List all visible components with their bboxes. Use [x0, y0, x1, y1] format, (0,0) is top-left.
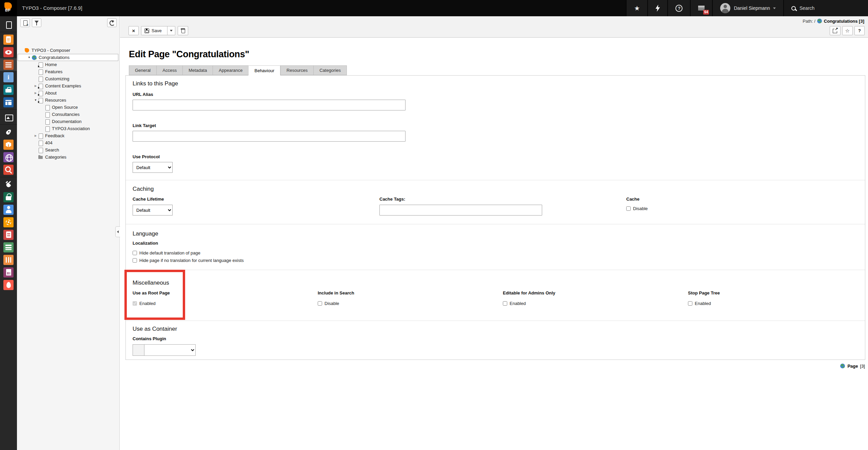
close-button[interactable] [129, 26, 139, 35]
tree-node-label: Search [45, 147, 59, 152]
tree-node-label: Congratulations [39, 55, 70, 60]
hide-default-translation-checkbox[interactable] [133, 251, 137, 255]
module-indexed-search[interactable] [0, 163, 17, 176]
search-button[interactable]: Search [783, 0, 868, 16]
tab-behaviour[interactable]: Behaviour [248, 65, 280, 76]
list-icon [3, 60, 14, 70]
logo-initials: BP [5, 8, 11, 12]
url-alias-input[interactable] [133, 100, 406, 110]
tree-node-documentation[interactable]: Documentation [18, 118, 118, 125]
module-rocket[interactable] [0, 126, 17, 138]
module-languages[interactable] [0, 151, 17, 163]
module-functions[interactable] [0, 83, 17, 96]
tree-node-features[interactable]: Features [18, 68, 118, 75]
hide-page-no-translation-checkbox[interactable] [133, 258, 137, 263]
module-egg[interactable] [0, 279, 17, 291]
tab-metadata[interactable]: Metadata [182, 65, 213, 75]
tree-node-label: 404 [45, 140, 53, 145]
module-template[interactable] [0, 96, 17, 108]
tab-access[interactable]: Access [156, 65, 182, 75]
tree-node-open-source[interactable]: Open Source [18, 104, 118, 111]
tree-node-consultancies[interactable]: Consultancies [18, 111, 118, 118]
path-page-link[interactable]: Congratulations [3] [824, 19, 864, 24]
tab-resources[interactable]: Resources [280, 65, 313, 75]
field-label: Use as Root Page [133, 290, 318, 295]
bookmarks-button[interactable] [626, 0, 647, 16]
module-backend-users[interactable] [0, 203, 17, 216]
module-group-separator [0, 177, 17, 177]
tree-node-about[interactable]: ▶About [18, 89, 118, 97]
tree-toggle-icon[interactable]: ▼ [33, 99, 38, 102]
help-button[interactable] [667, 0, 690, 16]
url-alias-label: URL Alias [133, 92, 858, 97]
new-page-button[interactable] [20, 18, 30, 27]
module-log[interactable] [0, 228, 17, 241]
tree-node-content-examples[interactable]: ▶Content Examples [18, 82, 118, 89]
bookmark-button[interactable] [842, 26, 853, 35]
doc-header: Path: / Congratulations [3] Save [120, 16, 868, 38]
module-info[interactable] [0, 71, 17, 83]
collapse-tree-handle[interactable] [115, 226, 120, 237]
tree-toggle-icon[interactable]: ▼ [27, 56, 32, 59]
gear-icon [3, 217, 14, 227]
tab-appearance[interactable]: Appearance [213, 65, 248, 75]
module-page[interactable] [0, 18, 17, 31]
include-in-search-checkbox[interactable] [318, 301, 322, 306]
module-db-check[interactable] [0, 241, 17, 253]
tab-bar: GeneralAccessMetadataAppearanceBehaviour… [129, 65, 347, 75]
module-preview[interactable] [0, 46, 17, 58]
tree-node-search[interactable]: Search [18, 146, 118, 154]
cache-tags-input[interactable] [379, 205, 542, 216]
tree-node-label: TYPO3 - Composer [32, 48, 70, 53]
module-group-separator [0, 124, 17, 125]
tree-node-typo3-composer[interactable]: TYPO3 - Composer [18, 47, 118, 54]
section-heading: Links to this Page [133, 80, 858, 87]
user-menu[interactable]: Daniel Siepmann [712, 0, 783, 16]
delete-button[interactable] [178, 26, 188, 35]
tree-node-typo3-association[interactable]: TYPO3 Association [18, 125, 118, 132]
module-permissions[interactable] [0, 191, 17, 203]
contains-plugin-select[interactable] [144, 344, 196, 356]
tab-categories[interactable]: Categories [313, 65, 347, 75]
stop-page-tree-checkbox[interactable] [688, 301, 692, 306]
tree-node-home[interactable]: Home [18, 61, 118, 68]
csh-help-button[interactable] [854, 26, 865, 35]
filter-button[interactable] [32, 18, 41, 27]
tree-node-feedback[interactable]: ▶Feedback [18, 132, 118, 139]
view-webpage-button[interactable] [830, 26, 841, 35]
tree-node-customizing[interactable]: Customizing [18, 75, 118, 82]
tree-node-404[interactable]: 404 [18, 139, 118, 146]
save-options-button[interactable] [167, 26, 175, 35]
module-view[interactable] [0, 33, 17, 46]
link-target-input[interactable] [133, 131, 406, 142]
clear-cache-button[interactable] [647, 0, 667, 16]
tree-node-categories[interactable]: Categories [18, 154, 118, 161]
tree-node-resources[interactable]: ▼Resources [18, 97, 118, 104]
refresh-icon[interactable] [107, 18, 117, 27]
tree-node-congratulations[interactable]: ▼Congratulations [18, 54, 118, 61]
open-documents-button[interactable]: 64 [690, 0, 712, 16]
module-configuration[interactable] [0, 253, 17, 266]
module-reports[interactable] [0, 266, 17, 279]
search-label: Search [800, 5, 814, 11]
page-icon [45, 126, 50, 131]
tree-toggle-icon[interactable]: ▶ [33, 85, 38, 87]
module-filelist[interactable] [0, 111, 17, 123]
module-extensions[interactable] [0, 138, 17, 151]
tab-general[interactable]: General [129, 65, 156, 75]
editable-for-admins-only-checkbox[interactable] [503, 301, 507, 306]
tree-toggle-icon[interactable]: ▶ [33, 135, 38, 137]
cache-disable-checkbox[interactable] [626, 206, 631, 211]
tree-node-label: TYPO3 Association [52, 126, 90, 131]
module-plugin[interactable] [0, 178, 17, 191]
use-protocol-select[interactable]: Default [133, 162, 173, 173]
globe-icon [840, 364, 845, 369]
save-button[interactable]: Save [141, 26, 165, 35]
module-scheduler[interactable] [0, 216, 17, 228]
tree-toggle-icon[interactable]: ▶ [33, 92, 38, 95]
rocket-icon [3, 127, 14, 137]
checkbox-label: Enabled [695, 301, 711, 306]
module-list[interactable] [0, 58, 17, 71]
cache-lifetime-select[interactable]: Default [133, 205, 173, 216]
typo3-logo-icon [24, 48, 30, 53]
